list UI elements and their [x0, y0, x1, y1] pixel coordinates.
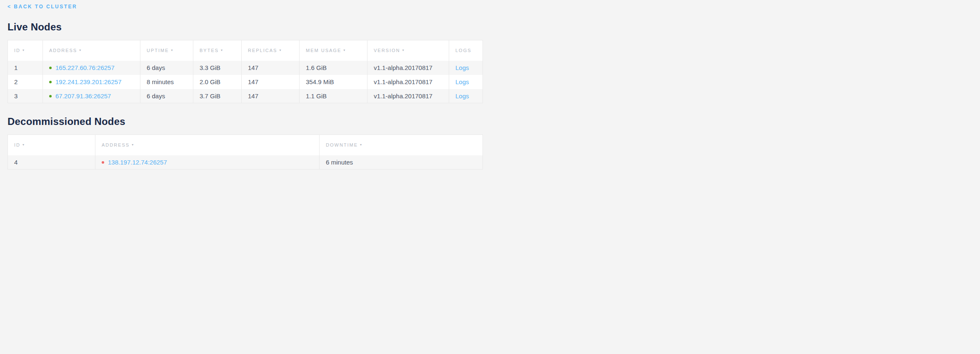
column-header-bytes[interactable]: BYTES▾ [193, 40, 242, 61]
column-header-logs: LOGS [449, 40, 483, 61]
live-status-dot [49, 95, 52, 97]
sort-arrow-icon: ▾ [79, 48, 81, 52]
column-header-label: BYTES [200, 48, 219, 53]
live-nodes-header-row: ID▾ ADDRESS▾ UPTIME▾ BYTES▾ REPLICAS▾ ME… [8, 40, 483, 61]
column-header-id[interactable]: ID▾ [8, 40, 43, 61]
live-nodes-table: ID▾ ADDRESS▾ UPTIME▾ BYTES▾ REPLICAS▾ ME… [8, 40, 483, 103]
decommissioned-nodes-title: Decommissioned Nodes [8, 116, 482, 127]
live-status-dot [49, 81, 52, 83]
sort-arrow-icon: ▾ [132, 143, 133, 147]
node-id-cell: 2 [8, 75, 43, 89]
node-logs-cell: Logs [449, 61, 483, 75]
column-header-label: ADDRESS [49, 48, 77, 53]
column-header-label: MEM USAGE [306, 48, 341, 53]
node-address-link[interactable]: 165.227.60.76:26257 [55, 64, 115, 71]
sort-arrow-icon: ▾ [279, 48, 281, 52]
node-replicas-cell: 147 [242, 61, 300, 75]
column-header-label: LOGS [455, 48, 472, 53]
node-uptime-cell: 6 days [140, 89, 193, 103]
column-header-address[interactable]: ADDRESS▾ [43, 40, 140, 61]
node-mem-usage-cell: 1.6 GiB [300, 61, 368, 75]
node-replicas-cell: 147 [242, 75, 300, 89]
node-replicas-cell: 147 [242, 89, 300, 103]
node-id-cell: 3 [8, 89, 43, 103]
column-header-label: UPTIME [147, 48, 169, 53]
node-address-cell: 165.227.60.76:26257 [43, 61, 140, 75]
node-address-link[interactable]: 67.207.91.36:26257 [55, 92, 111, 100]
column-header-version[interactable]: VERSION▾ [368, 40, 449, 61]
logs-link[interactable]: Logs [455, 78, 469, 85]
node-id-cell: 1 [8, 61, 43, 75]
column-header-downtime[interactable]: DOWNTIME▾ [320, 135, 483, 155]
decommissioned-nodes-table: ID▾ ADDRESS▾ DOWNTIME▾ 4 138.197.12.74:2… [8, 135, 483, 170]
sort-arrow-icon: ▾ [402, 48, 404, 52]
node-address-cell: 67.207.91.36:26257 [43, 89, 140, 103]
node-version-cell: v1.1-alpha.20170817 [368, 75, 449, 89]
column-header-uptime[interactable]: UPTIME▾ [140, 40, 193, 61]
column-header-replicas[interactable]: REPLICAS▾ [242, 40, 300, 61]
sort-arrow-icon: ▾ [343, 48, 345, 52]
node-mem-usage-cell: 1.1 GiB [300, 89, 368, 103]
sort-arrow-icon: ▾ [221, 48, 222, 52]
node-address-link[interactable]: 192.241.239.201:26257 [55, 78, 122, 85]
column-header-mem-usage[interactable]: MEM USAGE▾ [300, 40, 368, 61]
node-row: 3 67.207.91.36:26257 6 days 3.7 GiB 147 … [8, 89, 483, 103]
logs-link[interactable]: Logs [455, 92, 469, 100]
node-address-cell: 192.241.239.201:26257 [43, 75, 140, 89]
sort-arrow-icon: ▾ [171, 48, 173, 52]
node-address-link[interactable]: 138.197.12.74:26257 [108, 159, 167, 166]
node-mem-usage-cell: 354.9 MiB [300, 75, 368, 89]
live-status-dot [49, 67, 52, 69]
node-address-cell: 138.197.12.74:26257 [95, 155, 320, 170]
node-bytes-cell: 2.0 GiB [193, 75, 242, 89]
node-version-cell: v1.1-alpha.20170817 [368, 89, 449, 103]
column-header-label: REPLICAS [248, 48, 277, 53]
node-version-cell: v1.1-alpha.20170817 [368, 61, 449, 75]
column-header-address[interactable]: ADDRESS▾ [95, 135, 320, 155]
column-header-label: ADDRESS [102, 142, 130, 147]
logs-link[interactable]: Logs [455, 64, 469, 71]
sort-arrow-icon: ▾ [22, 143, 24, 147]
node-uptime-cell: 8 minutes [140, 75, 193, 89]
node-bytes-cell: 3.7 GiB [193, 89, 242, 103]
decommissioned-nodes-header-row: ID▾ ADDRESS▾ DOWNTIME▾ [8, 135, 483, 155]
column-header-label: DOWNTIME [326, 142, 358, 147]
sort-arrow-icon: ▾ [22, 48, 24, 52]
column-header-id[interactable]: ID▾ [8, 135, 95, 155]
sort-arrow-icon: ▾ [360, 143, 362, 147]
decommissioned-status-dot [102, 161, 104, 164]
node-id-cell: 4 [8, 155, 95, 170]
back-to-cluster-link[interactable]: < BACK TO CLUSTER [8, 4, 77, 10]
node-logs-cell: Logs [449, 89, 483, 103]
column-header-label: VERSION [374, 48, 400, 53]
node-bytes-cell: 3.3 GiB [193, 61, 242, 75]
node-row: 2 192.241.239.201:26257 8 minutes 2.0 Gi… [8, 75, 483, 89]
node-uptime-cell: 6 days [140, 61, 193, 75]
live-nodes-title: Live Nodes [8, 21, 482, 33]
column-header-label: ID [14, 142, 20, 147]
column-header-label: ID [14, 48, 20, 53]
node-downtime-cell: 6 minutes [320, 155, 483, 170]
node-row: 1 165.227.60.76:26257 6 days 3.3 GiB 147… [8, 61, 483, 75]
node-logs-cell: Logs [449, 75, 483, 89]
node-row: 4 138.197.12.74:26257 6 minutes [8, 155, 483, 170]
